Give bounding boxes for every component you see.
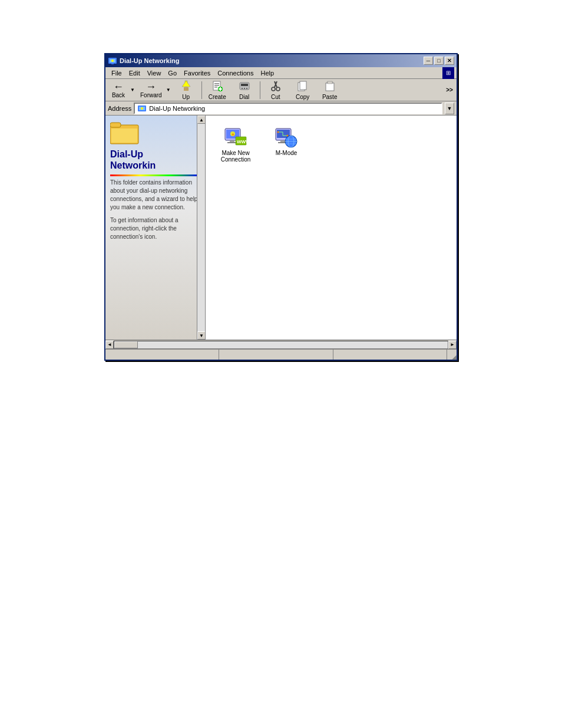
- svg-marker-5: [182, 81, 190, 87]
- svg-rect-6: [184, 87, 189, 91]
- back-button[interactable]: ← Back: [108, 80, 129, 100]
- panel-description-2: To get information about a connection, r…: [110, 216, 200, 241]
- svg-point-21: [272, 87, 275, 91]
- minimize-button[interactable]: ─: [424, 57, 433, 65]
- menu-view[interactable]: View: [144, 67, 165, 78]
- make-new-connection-svg: WWW ✦: [224, 125, 247, 149]
- svg-rect-44: [280, 140, 285, 142]
- svg-point-30: [141, 107, 143, 110]
- left-panel-scroll[interactable]: Dial-UpNetworkin This folder contains in…: [105, 116, 205, 340]
- make-new-connection-label: Make NewConnection: [221, 150, 251, 163]
- paste-label: Paste: [322, 94, 338, 100]
- m-mode-label: M-Mode: [276, 150, 297, 156]
- up-label: Up: [182, 94, 190, 100]
- make-new-connection-icon[interactable]: WWW ✦ Make NewConnection: [215, 125, 256, 163]
- forward-button-group: → Forward ▼: [137, 80, 172, 100]
- svg-point-16: [242, 88, 243, 89]
- copy-label: Copy: [296, 94, 309, 100]
- menu-edit[interactable]: Edit: [125, 67, 144, 78]
- address-dropdown[interactable]: ▼: [445, 103, 454, 114]
- h-scroll-track: [114, 341, 448, 349]
- h-scroll-left[interactable]: ◄: [105, 341, 114, 349]
- h-scroll-thumb: [114, 341, 138, 348]
- toolbar-sep-1: [201, 81, 202, 99]
- window: Dial-Up Networking ─ □ ✕ File Edit View …: [104, 53, 458, 361]
- menu-file[interactable]: File: [108, 67, 125, 78]
- back-dropdown[interactable]: ▼: [129, 80, 136, 100]
- forward-icon: →: [146, 81, 156, 92]
- toolbar-settings-icon: ⊞: [442, 67, 454, 79]
- copy-button[interactable]: Copy: [290, 80, 316, 100]
- left-scroll-track: [197, 124, 205, 331]
- titlebar: Dial-Up Networking ─ □ ✕: [105, 54, 457, 67]
- menu-go[interactable]: Go: [164, 67, 180, 78]
- panel-description-1: This folder contains information about y…: [110, 179, 200, 212]
- paste-icon: [324, 80, 336, 94]
- dial-icon: [239, 80, 250, 94]
- address-value: Dial-Up Networking: [149, 105, 205, 112]
- create-button[interactable]: Create: [204, 80, 230, 100]
- titlebar-left: Dial-Up Networking: [108, 56, 179, 65]
- back-icon: ←: [113, 81, 124, 92]
- titlebar-title: Dial-Up Networking: [120, 57, 179, 64]
- svg-rect-10: [214, 87, 217, 88]
- paste-button[interactable]: Paste: [317, 80, 343, 100]
- svg-rect-33: [111, 129, 137, 143]
- panel-divider: [110, 174, 200, 176]
- dial-label: Dial: [239, 94, 249, 100]
- h-scroll-right[interactable]: ►: [448, 341, 457, 349]
- bottom-scroll-area: ◄ ►: [105, 340, 457, 349]
- svg-rect-27: [328, 81, 332, 84]
- svg-text:WWW: WWW: [237, 139, 247, 144]
- menu-connections[interactable]: Connections: [214, 67, 257, 78]
- close-button[interactable]: ✕: [445, 57, 454, 65]
- cut-icon: [270, 80, 282, 94]
- svg-rect-36: [230, 140, 234, 142]
- maximize-button[interactable]: □: [434, 57, 444, 65]
- m-mode-image: [275, 125, 298, 149]
- menu-help[interactable]: Help: [257, 67, 277, 78]
- svg-rect-37: [227, 142, 237, 143]
- menu-favorites[interactable]: Favorites: [180, 67, 214, 78]
- content-area: Dial-UpNetworkin This folder contains in…: [105, 116, 457, 340]
- cut-label: Cut: [271, 94, 280, 100]
- address-icon: [137, 104, 147, 113]
- statusbar-section-2: [219, 350, 333, 360]
- address-label: Address: [108, 105, 131, 112]
- svg-rect-13: [219, 88, 222, 90]
- left-scroll-down[interactable]: ▼: [197, 331, 206, 340]
- titlebar-app-icon: [108, 56, 117, 65]
- left-scroll-up[interactable]: ▲: [197, 116, 206, 124]
- svg-point-17: [244, 88, 245, 89]
- folder-svg-icon: [110, 120, 140, 145]
- svg-point-18: [246, 88, 247, 89]
- create-label: Create: [209, 94, 226, 100]
- toolbar-sep-2: [260, 81, 260, 99]
- forward-dropdown[interactable]: ▼: [165, 80, 172, 100]
- up-button[interactable]: Up: [173, 80, 199, 100]
- svg-rect-8: [214, 83, 219, 84]
- svg-rect-24: [300, 81, 306, 90]
- svg-point-2: [111, 60, 114, 62]
- forward-button[interactable]: → Forward: [137, 80, 165, 100]
- right-panel-content: WWW ✦ Make NewConnection: [206, 116, 457, 172]
- menubar: File Edit View Go Favorites Connections …: [105, 67, 457, 79]
- cut-button[interactable]: Cut: [263, 80, 289, 100]
- statusbar-section-1: [105, 350, 219, 360]
- panel-folder-icon: [110, 120, 200, 146]
- back-label: Back: [112, 93, 125, 98]
- svg-rect-26: [326, 83, 334, 91]
- make-new-connection-image: WWW ✦: [224, 125, 247, 149]
- svg-point-49: [277, 131, 279, 133]
- svg-rect-32: [110, 123, 121, 127]
- svg-point-22: [276, 87, 280, 91]
- svg-text:✦: ✦: [231, 132, 235, 137]
- svg-rect-3: [111, 63, 114, 64]
- m-mode-icon[interactable]: M-Mode: [266, 125, 307, 163]
- toolbar-more[interactable]: >>: [445, 80, 454, 100]
- right-panel[interactable]: WWW ✦ Make NewConnection: [206, 116, 457, 340]
- statusbar: ◢: [105, 349, 457, 360]
- dial-button[interactable]: Dial: [232, 80, 257, 100]
- address-input[interactable]: Dial-Up Networking: [134, 103, 442, 114]
- statusbar-resize: ◢: [447, 350, 457, 360]
